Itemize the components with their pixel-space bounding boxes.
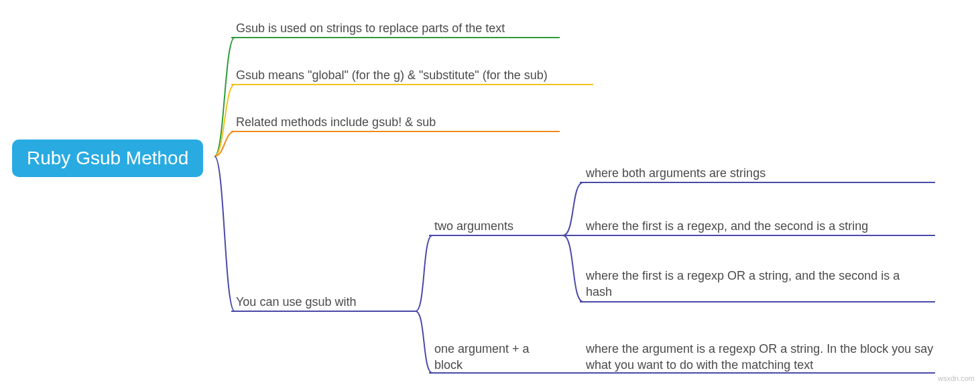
node-both-strings: where both arguments are strings <box>586 165 765 181</box>
node-one-argument-block: one argument + a block <box>434 341 548 374</box>
root-node: Ruby Gsub Method <box>12 140 203 177</box>
node-two-arguments: two arguments <box>434 218 513 234</box>
node-block-matching-text: where the argument is a regexp OR a stri… <box>586 341 934 374</box>
node-regexp-string: where the first is a regexp, and the sec… <box>586 218 868 234</box>
node-gsub-usage: Gsub is used on strings to replace parts… <box>236 20 505 36</box>
mindmap-connectors <box>0 0 980 385</box>
node-gsub-meaning: Gsub means "global" (for the g) & "subst… <box>236 67 548 83</box>
watermark: wsxdn.com <box>938 374 975 382</box>
node-use-with: You can use gsub with <box>236 294 356 310</box>
node-related-methods: Related methods include gsub! & sub <box>236 114 436 130</box>
node-regexp-or-string-hash: where the first is a regexp OR a string,… <box>586 268 928 300</box>
